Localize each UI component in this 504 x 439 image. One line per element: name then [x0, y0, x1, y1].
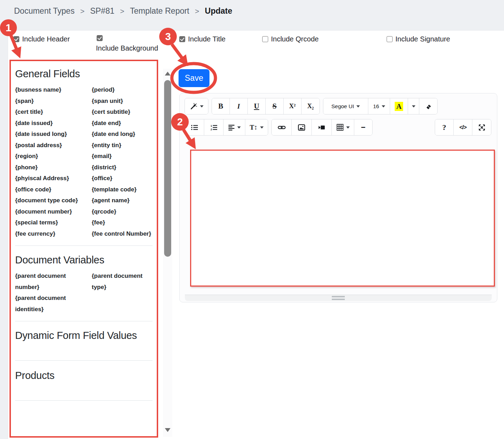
template-field-token[interactable]: {date end}	[92, 118, 154, 129]
template-field-token[interactable]: {parent document type}	[92, 270, 154, 293]
option-include-background: Include Background	[96, 35, 158, 52]
subscript-button[interactable]: X₂	[302, 98, 319, 114]
include-qrcode-label: Include Qrcode	[271, 35, 319, 43]
italic-button[interactable]: I	[230, 98, 248, 114]
line-height-button[interactable]: T↕	[245, 119, 268, 135]
strikethrough-button[interactable]: S	[266, 98, 284, 114]
breadcrumb-sp81[interactable]: SP#81	[90, 6, 114, 16]
option-include-signature: Include Signature	[387, 35, 450, 43]
template-field-token[interactable]: {fee}	[92, 217, 154, 228]
link-icon	[278, 124, 286, 131]
template-field-token[interactable]: {date end long}	[92, 129, 154, 140]
insert-table-button[interactable]	[332, 119, 354, 135]
template-field-token[interactable]: {span unit}	[92, 96, 154, 107]
eraser-icon	[425, 103, 432, 110]
template-field-token[interactable]: {qrcode}	[92, 206, 154, 217]
unordered-list-button[interactable]	[185, 119, 204, 135]
font-family-select[interactable]: Segoe UI	[323, 98, 368, 114]
insert-link-button[interactable]	[272, 119, 292, 135]
template-field-token[interactable]: {office code}	[15, 184, 83, 195]
template-field-token[interactable]: {date issued}	[15, 118, 83, 129]
include-header-label: Include Header	[22, 35, 70, 43]
font-family-group: Segoe UI 16 A	[323, 98, 438, 114]
breadcrumb-separator-icon: >	[80, 7, 84, 15]
clear-format-button[interactable]	[419, 98, 437, 114]
include-signature-checkbox[interactable]	[387, 36, 393, 42]
font-color-button[interactable]: A	[390, 98, 408, 114]
template-field-token[interactable]: {special terms}	[15, 217, 83, 228]
template-field-token[interactable]: {district}	[92, 162, 154, 173]
template-field-token[interactable]: {region}	[15, 151, 83, 162]
scroll-down-icon[interactable]	[165, 428, 170, 432]
fullscreen-button[interactable]	[472, 119, 491, 135]
font-color-dropdown[interactable]	[408, 98, 419, 114]
paragraph-align-button[interactable]	[224, 119, 245, 135]
bold-button[interactable]: B	[212, 98, 230, 114]
section-divider	[15, 400, 153, 401]
highlight-color-icon: A	[395, 102, 403, 111]
editor-content[interactable]	[190, 150, 495, 287]
template-field-token[interactable]: {fee control Number}	[92, 228, 154, 240]
font-style-group: B I U S X² X₂	[212, 98, 320, 114]
template-field-token[interactable]: {parent document number}	[15, 270, 83, 293]
horizontal-rule-button[interactable]: −	[354, 119, 372, 135]
template-field-token[interactable]: {document number}	[15, 206, 83, 217]
numbered-list-icon: 1 2	[210, 124, 218, 131]
template-field-token[interactable]: {phyiscal Address}	[15, 173, 83, 184]
template-field-token[interactable]: {busness name}	[15, 84, 83, 96]
scrollbar-thumb[interactable]	[164, 80, 171, 257]
breadcrumb-template-report[interactable]: Template Report	[130, 6, 189, 16]
insert-video-button[interactable]	[312, 119, 332, 135]
chevron-down-icon	[346, 126, 350, 129]
chevron-down-icon	[356, 105, 360, 107]
template-field-token[interactable]: {entity tin}	[92, 140, 154, 151]
editor-resize-handle[interactable]	[185, 295, 492, 301]
template-field-token[interactable]: {template code}	[92, 184, 154, 195]
include-background-checkbox[interactable]	[97, 35, 103, 41]
template-field-token[interactable]: {agent name}	[92, 195, 154, 206]
template-field-token[interactable]: {span}	[15, 96, 83, 107]
insert-image-button[interactable]	[292, 119, 312, 135]
template-field-token[interactable]: {date issued long}	[15, 129, 83, 140]
fields-panel-scrollbar[interactable]	[163, 69, 172, 437]
section-title: Document Variables	[15, 254, 154, 266]
template-field-token[interactable]: {postal address}	[15, 140, 83, 151]
template-field-token[interactable]: {document type code}	[15, 195, 83, 206]
resize-grip-icon	[332, 296, 345, 300]
font-size-select[interactable]: 16	[368, 98, 390, 114]
template-field-token[interactable]: {email}	[92, 151, 154, 162]
scroll-up-icon[interactable]	[165, 72, 170, 76]
template-field-token[interactable]: {period}	[92, 84, 154, 96]
breadcrumb-separator-icon: >	[195, 7, 199, 15]
magic-style-button[interactable]	[185, 98, 208, 114]
template-field-token[interactable]: {phone}	[15, 162, 83, 173]
include-title-checkbox[interactable]	[179, 36, 185, 42]
code-view-button[interactable]: </>	[454, 119, 472, 135]
template-field-token[interactable]: {office}	[92, 173, 154, 184]
chevron-down-icon	[412, 105, 415, 107]
section-divider	[15, 321, 153, 321]
save-button[interactable]: Save	[179, 69, 209, 87]
toolbar-row-1: B I U S X² X₂ Segoe UI 16 A	[185, 98, 492, 114]
template-field-token[interactable]: {cert title}	[15, 106, 83, 118]
template-field-token[interactable]: {parent document identities}	[15, 293, 83, 315]
chevron-down-icon	[260, 126, 264, 129]
help-button[interactable]: ?	[435, 119, 454, 135]
ordered-list-button[interactable]: 1 2	[204, 119, 224, 135]
option-include-header: Include Header	[13, 35, 70, 43]
option-include-title: Include Title	[179, 35, 226, 43]
insert-group: −	[271, 119, 373, 136]
breadcrumb-document-types[interactable]: Document Types	[14, 6, 75, 16]
section-divider	[15, 245, 153, 246]
svg-text:1: 1	[211, 124, 212, 127]
template-field-token[interactable]: {fee currency}	[15, 228, 83, 240]
template-field-token[interactable]: {cert subtitle}	[92, 106, 154, 118]
underline-button[interactable]: U	[248, 98, 266, 114]
include-header-checkbox[interactable]	[13, 36, 19, 42]
include-qrcode-checkbox[interactable]	[262, 36, 268, 42]
superscript-button[interactable]: X²	[284, 98, 302, 114]
section-divider	[15, 360, 153, 361]
font-family-value: Segoe UI	[331, 103, 354, 110]
include-title-label: Include Title	[188, 35, 226, 43]
template-report-update-page: Document Types > SP#81 > Template Report…	[0, 0, 504, 439]
